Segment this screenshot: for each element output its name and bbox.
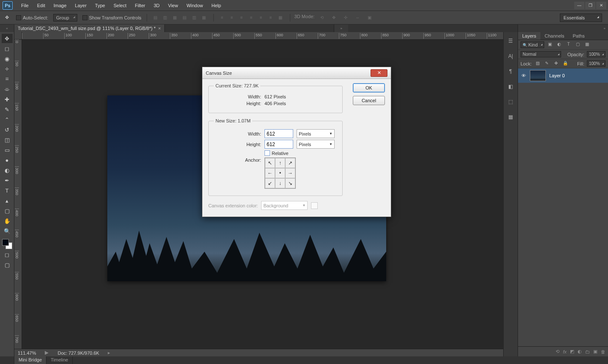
lock-all-icon[interactable]: 🔒 [562, 61, 569, 67]
distribute-icon[interactable]: ≡ [228, 14, 236, 22]
3d-panel-icon[interactable]: ◧ [506, 82, 515, 91]
dodge-tool[interactable]: ◐ [2, 166, 13, 175]
lock-position-icon[interactable]: ✥ [553, 61, 559, 67]
anchor-c[interactable]: • [275, 168, 285, 178]
cancel-button[interactable]: Cancel [353, 96, 385, 105]
document-tab[interactable]: Tutorial_DSC_2493_wm_full size.psd @ 111… [14, 24, 165, 32]
anchor-grid[interactable]: ↖↑↗ ←•→ ↙↓↘ [264, 158, 296, 189]
panels-collapse-icon[interactable]: » [518, 24, 608, 32]
lock-brush-icon[interactable]: ✎ [543, 61, 550, 67]
screenmode-toggle[interactable]: ▢ [2, 260, 13, 269]
camera-icon[interactable]: ▣ [365, 14, 374, 22]
anchor-nw[interactable]: ↖ [265, 158, 275, 168]
distribute-icon[interactable]: ≡ [237, 14, 246, 22]
distribute-icon[interactable]: ≡ [257, 14, 265, 22]
relative-checkbox[interactable] [264, 150, 270, 156]
align-icon[interactable]: ▥ [161, 14, 169, 22]
crop-tool[interactable]: ⌗ [2, 74, 13, 84]
link-layers-icon[interactable]: ⟲ [556, 349, 559, 354]
auto-align-icon[interactable]: ▦ [276, 14, 285, 22]
tab-mini-bridge[interactable]: Mini Bridge [14, 356, 46, 364]
workspace-switcher[interactable]: Essentials [560, 14, 602, 22]
tab-channels[interactable]: Channels [540, 32, 568, 40]
filter-smart-icon[interactable]: ▦ [584, 42, 591, 48]
shape-tool[interactable]: ▢ [2, 206, 13, 215]
layer-fx-icon[interactable]: fx [563, 349, 567, 354]
slide-icon[interactable]: ↔ [353, 14, 362, 22]
align-icon[interactable]: ▤ [180, 14, 189, 22]
ruler-origin[interactable] [14, 32, 22, 40]
ruler-horizontal[interactable]: 5010015020025030035040045050055060065070… [22, 32, 503, 40]
lasso-tool[interactable]: ◉ [2, 54, 13, 63]
ok-button[interactable]: OK [353, 83, 385, 92]
anchor-sw[interactable]: ↙ [265, 178, 275, 188]
pan-icon[interactable]: ✥ [330, 14, 338, 22]
align-icon[interactable]: ▦ [200, 14, 208, 22]
filter-shape-icon[interactable]: ▢ [575, 42, 581, 48]
blur-tool[interactable]: ● [2, 155, 13, 165]
status-arrow-icon[interactable]: ▸ [108, 350, 110, 356]
window-close-button[interactable]: ✕ [596, 2, 606, 9]
eraser-tool[interactable]: ◫ [2, 135, 13, 144]
tab-paths[interactable]: Paths [569, 32, 589, 40]
show-transform-checkbox[interactable]: Show Transform Controls [82, 15, 142, 20]
opacity-input[interactable]: 100% [587, 51, 605, 57]
filter-adjust-icon[interactable]: ◐ [556, 42, 563, 48]
wand-tool[interactable]: ✧ [2, 64, 13, 73]
new-group-icon[interactable]: 🗀 [585, 349, 590, 354]
layer-mask-icon[interactable]: ◩ [570, 349, 574, 354]
dialog-close-button[interactable]: ✕ [371, 69, 387, 77]
align-icon[interactable]: ▦ [171, 14, 179, 22]
lock-pixels-icon[interactable]: ▨ [534, 61, 541, 67]
filter-type-icon[interactable]: T [565, 42, 572, 48]
path-select-tool[interactable]: ▴ [2, 196, 13, 205]
layer-item[interactable]: 👁 Layer 0 [518, 68, 608, 83]
anchor-e[interactable]: → [285, 168, 295, 178]
anchor-s[interactable]: ↓ [275, 178, 285, 188]
move-tool[interactable]: ✥ [2, 34, 13, 43]
layer-thumbnail[interactable] [530, 70, 546, 81]
tab-timeline[interactable]: Timeline [46, 356, 73, 364]
marquee-tool[interactable]: ◻ [2, 44, 13, 53]
filter-pixel-icon[interactable]: ▣ [547, 42, 553, 48]
extension-color-select[interactable]: Background [261, 201, 308, 210]
panel-icon[interactable]: ▦ [506, 112, 515, 122]
layer-name[interactable]: Layer 0 [549, 73, 565, 78]
eyedropper-tool[interactable]: ⌯ [2, 84, 13, 94]
tab-layers[interactable]: Layers [518, 32, 540, 40]
height-input[interactable] [264, 140, 293, 149]
paragraph-panel-icon[interactable]: ¶ [506, 67, 515, 76]
menu-select[interactable]: Select [109, 1, 131, 10]
menu-type[interactable]: Type [91, 1, 109, 10]
anchor-se[interactable]: ↘ [285, 178, 295, 188]
history-panel-icon[interactable]: ☰ [506, 36, 515, 46]
ruler-vertical[interactable]: 0501001502002503003504004505005506006507… [14, 40, 22, 349]
dock-collapse-icon[interactable]: » [334, 24, 348, 32]
height-unit-select[interactable]: Pixels [297, 140, 335, 149]
status-arrow-icon[interactable]: ⯈ [44, 350, 49, 356]
zoom-value[interactable]: 111.47% [18, 350, 36, 356]
distribute-icon[interactable]: ≡ [218, 14, 226, 22]
history-brush-tool[interactable]: ↺ [2, 125, 13, 134]
distribute-icon[interactable]: ≡ [247, 14, 256, 22]
align-icon[interactable]: ▥ [190, 14, 199, 22]
menu-edit[interactable]: Edit [33, 1, 49, 10]
align-icon[interactable]: ▤ [151, 14, 160, 22]
zoom-tool[interactable]: 🔍 [2, 226, 13, 236]
dolly-icon[interactable]: ✢ [341, 14, 350, 22]
pen-tool[interactable]: ✒ [2, 176, 13, 185]
menu-3d[interactable]: 3D [150, 1, 164, 10]
menu-filter[interactable]: Filter [131, 1, 149, 10]
character-panel-icon[interactable]: A| [506, 52, 515, 61]
window-minimize-button[interactable]: — [574, 2, 584, 9]
hand-tool[interactable]: ✋ [2, 216, 13, 225]
new-layer-icon[interactable]: ▣ [593, 349, 597, 354]
extension-color-swatch[interactable] [311, 202, 318, 209]
orbit-icon[interactable]: ⟲ [318, 14, 326, 22]
menu-file[interactable]: File [17, 1, 33, 10]
heal-tool[interactable]: ✚ [2, 95, 13, 104]
window-maximize-button[interactable]: ❐ [585, 2, 595, 9]
auto-select-checkbox[interactable]: Auto-Select: [16, 15, 48, 20]
anchor-n[interactable]: ↑ [275, 158, 285, 168]
toolbox-collapse-icon[interactable]: « [0, 24, 14, 32]
